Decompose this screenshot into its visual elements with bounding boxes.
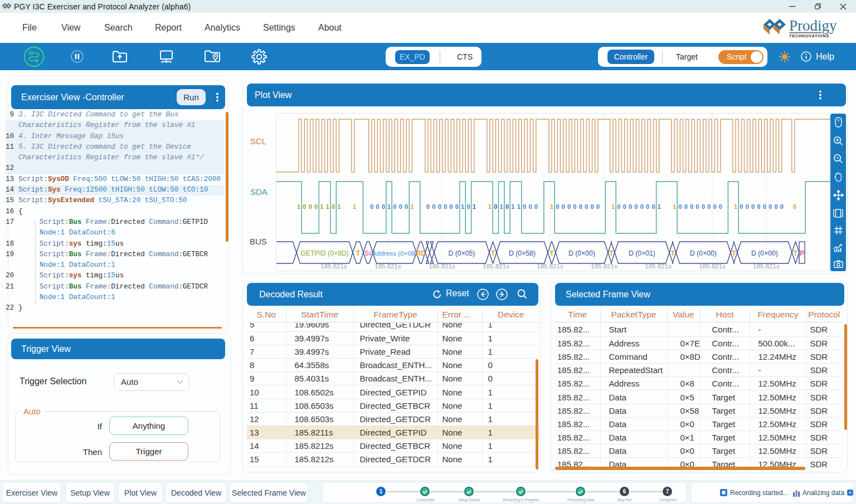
svg-text:0: 0	[713, 203, 716, 210]
svg-text:1: 1	[337, 203, 341, 210]
svg-text:0: 0	[585, 203, 588, 210]
svg-text:0: 0	[751, 203, 755, 210]
svg-text:1: 1	[511, 203, 514, 210]
svg-text:1: 1	[550, 203, 553, 210]
svg-text:0: 0	[332, 203, 335, 210]
svg-text:T: T	[356, 249, 361, 257]
svg-text:0: 0	[399, 203, 402, 210]
svg-text:0: 0	[455, 203, 459, 210]
svg-text:185.821s: 185.821s	[320, 263, 347, 270]
svg-text:TECHNOVATIONS: TECHNOVATIONS	[789, 33, 829, 38]
svg-text:1: 1	[673, 203, 676, 210]
svg-text:T: T	[670, 249, 675, 257]
svg-text:185.821s: 185.821s	[483, 263, 509, 270]
svg-text:0: 0	[746, 203, 749, 210]
svg-text:1: 1	[500, 203, 503, 210]
svg-text:D (0×00): D (0×00)	[568, 249, 595, 257]
svg-text:0: 0	[444, 203, 447, 210]
svg-text:0: 0	[382, 203, 385, 210]
svg-text:D (0×00): D (0×00)	[751, 249, 778, 257]
svg-text:0: 0	[702, 203, 705, 210]
svg-text:0: 0	[684, 203, 688, 210]
svg-text:1: 1	[473, 203, 476, 210]
svg-text:0: 0	[449, 203, 453, 210]
svg-text:0: 0	[596, 203, 600, 210]
svg-text:0: 0	[309, 203, 312, 210]
svg-text:T: T	[732, 249, 736, 257]
svg-text:0: 0	[774, 203, 777, 210]
svg-text:0: 0	[314, 203, 318, 210]
svg-text:D (0×01): D (0×01)	[629, 249, 655, 257]
svg-text:0: 0	[690, 203, 693, 210]
svg-text:Sr: Sr	[364, 249, 372, 257]
svg-text:0: 0	[505, 203, 509, 210]
svg-text:0: 0	[432, 203, 435, 210]
svg-text:185.821s: 185.821s	[645, 263, 672, 270]
svg-text:0: 0	[763, 203, 766, 210]
svg-text:0: 0	[634, 203, 638, 210]
svg-text:0: 0	[466, 203, 470, 210]
svg-text:185.821s: 185.821s	[537, 263, 563, 270]
svg-text:0: 0	[651, 203, 655, 210]
svg-text:1: 1	[734, 203, 737, 210]
svg-text:0: 0	[523, 203, 526, 210]
svg-text:1: 1	[410, 203, 414, 210]
svg-text:0: 0	[556, 203, 559, 210]
svg-text:1: 1	[320, 203, 323, 210]
svg-text:1: 1	[461, 203, 464, 210]
svg-text:0: 0	[757, 203, 760, 210]
svg-text:0: 0	[780, 203, 784, 210]
svg-text:0: 0	[393, 203, 396, 210]
svg-text:T: T	[609, 249, 614, 257]
svg-text:0: 0	[494, 203, 497, 210]
svg-text:185.821s: 185.821s	[591, 263, 617, 270]
svg-text:0: 0	[640, 203, 644, 210]
svg-text:T: T	[549, 249, 554, 257]
svg-text:0: 0	[562, 203, 565, 210]
svg-text:185.821s: 185.821s	[753, 263, 780, 270]
svg-text:0: 0	[769, 203, 772, 210]
svg-text:0: 0	[573, 203, 576, 210]
svg-text:0: 0	[370, 203, 373, 210]
svg-text:0: 0	[646, 203, 649, 210]
svg-text:0: 0	[793, 203, 796, 210]
svg-text:1: 1	[611, 203, 615, 210]
svg-text:0: 0	[376, 203, 379, 210]
svg-text:0: 0	[719, 203, 722, 210]
svg-text:0: 0	[438, 203, 441, 210]
svg-text:0: 0	[405, 203, 408, 210]
svg-text:1: 1	[517, 203, 521, 210]
svg-text:0: 0	[534, 203, 538, 210]
svg-text:Address (0×08): Address (0×08)	[372, 249, 417, 257]
svg-text:D (0×00): D (0×00)	[690, 249, 717, 257]
svg-text:1: 1	[326, 203, 329, 210]
svg-text:D (0×58): D (0×58)	[509, 249, 536, 257]
svg-text:1: 1	[297, 203, 300, 210]
svg-text:T: T	[794, 249, 798, 257]
svg-text:185.821s: 185.821s	[429, 263, 455, 270]
svg-text:0: 0	[629, 203, 632, 210]
svg-text:185.821s: 185.821s	[374, 263, 401, 270]
svg-text:0: 0	[707, 203, 711, 210]
svg-text:0: 0	[740, 203, 743, 210]
svg-text:0: 0	[528, 203, 532, 210]
svg-text:1: 1	[353, 203, 356, 210]
svg-text:0: 0	[623, 203, 626, 210]
svg-text:0: 0	[579, 203, 582, 210]
svg-text:0: 0	[590, 203, 594, 210]
svg-text:0: 0	[426, 203, 430, 210]
svg-text:D (0×05): D (0×05)	[449, 249, 475, 257]
svg-text:1: 1	[488, 203, 492, 210]
svg-text:Prodigy: Prodigy	[789, 17, 837, 34]
svg-text:RD: RD	[416, 249, 426, 257]
svg-text:1: 1	[387, 203, 391, 210]
svg-text:1: 1	[658, 203, 661, 210]
svg-text:0: 0	[303, 203, 306, 210]
svg-text:GETPID (0×8D): GETPID (0×8D)	[300, 249, 348, 257]
svg-text:185.821s: 185.821s	[699, 263, 726, 270]
svg-text:P: P	[800, 249, 804, 257]
svg-text:T: T	[491, 249, 495, 257]
svg-text:0: 0	[678, 203, 682, 210]
svg-text:0: 0	[696, 203, 699, 210]
svg-text:0: 0	[567, 203, 571, 210]
